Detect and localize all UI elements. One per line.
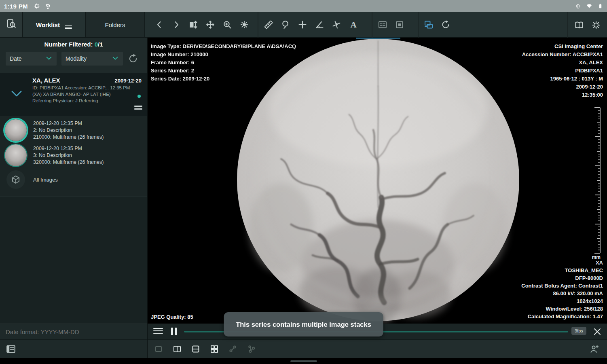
pan-tool[interactable]: [205, 19, 216, 30]
patient-id-line: ID: PIDBIPXA1 Accession: ACCBIP... 12:35…: [32, 85, 142, 90]
worklist-sidebar: Number Filtered: 0/1 Date Modality: [0, 38, 148, 358]
dicom-image-viewport[interactable]: Image Type: DERIVED\SECONDARY\BIPLANE A\…: [148, 38, 607, 324]
series-detail: 320000: Multiframe (26 frames): [33, 159, 104, 166]
settings-gear-icon[interactable]: [591, 20, 601, 30]
toolbar-icons: A: [145, 12, 567, 37]
overlay-accession: Accession Number: ACCBIPXA1: [522, 51, 603, 59]
stack-scroll-tool[interactable]: [188, 19, 199, 30]
share-user-plus-icon[interactable]: [589, 344, 600, 354]
all-images-item[interactable]: All Images: [5, 170, 147, 189]
toolbar-right-group: [567, 12, 607, 38]
wifi-status-icon: [586, 3, 593, 9]
panel-toggle-icon[interactable]: [6, 344, 16, 354]
series-label: 2: No Description: [33, 127, 104, 134]
overlay-contrast-agent: Contrast Bolus Agent: Contrast1: [521, 282, 603, 290]
home-indicator[interactable]: [290, 360, 317, 362]
content-area: Number Filtered: 0/1 Date Modality: [0, 38, 607, 358]
modality-filter-dropdown[interactable]: Modality: [61, 52, 123, 66]
date-filter-dropdown[interactable]: Date: [6, 52, 57, 66]
overlay-patient-name: XA, ALEX: [522, 59, 603, 67]
link-series-button[interactable]: [228, 344, 238, 354]
worklist-tab-label: Worklist: [36, 21, 60, 28]
overlay-acquisition-info: XA TOSHIBA_MEC DFP-8000D Contrast Bolus …: [521, 259, 603, 320]
dicom-viewer-app: 1:19 PM: [0, 0, 607, 364]
tab-folders[interactable]: Folders: [86, 12, 145, 37]
date-format-input[interactable]: [6, 328, 142, 335]
reset-view-button[interactable]: [440, 19, 451, 30]
chevron-down-icon: [112, 55, 119, 63]
folders-tab-label: Folders: [105, 21, 125, 28]
window-presets-button[interactable]: [377, 19, 388, 30]
crosshair-tool[interactable]: [297, 19, 308, 30]
status-dot: [137, 95, 141, 98]
close-playback-icon[interactable]: [592, 327, 602, 336]
date-format-row: [0, 324, 147, 340]
battery-status-icon: [598, 2, 603, 10]
measure-length-tool[interactable]: [263, 19, 274, 30]
filter-row: Date Modality: [6, 52, 142, 66]
previous-image-button[interactable]: [154, 19, 165, 30]
series-item-2[interactable]: 2009-12-20 12:35 PM 3: No Description 32…: [5, 144, 147, 166]
pause-button[interactable]: [171, 328, 179, 335]
user-manual-icon[interactable]: [574, 20, 584, 30]
image-info-button[interactable]: [394, 19, 405, 30]
fps-badge[interactable]: 3fps: [571, 327, 586, 335]
all-images-label: All Images: [33, 177, 58, 183]
overlay-image-info: Image Type: DERIVED\SECONDARY\BIPLANE A\…: [151, 42, 296, 83]
toast-notification: This series contains multiple image stac…: [224, 312, 383, 336]
overlay-patient-id: PIDBIPXA1: [522, 67, 603, 75]
link-stacks-button[interactable]: [246, 344, 257, 354]
layout-1x1-button[interactable]: [153, 344, 164, 354]
main-toolbar: Worklist Folders: [0, 12, 607, 38]
series-datetime: 2009-12-20 12:35 PM: [33, 120, 104, 127]
overlay-study-time: 12:35:00: [522, 91, 603, 99]
refresh-worklist-icon[interactable]: [128, 53, 138, 64]
date-dropdown-label: Date: [10, 55, 22, 62]
filter-label: Number Filtered:: [44, 41, 94, 48]
tab-patient-search[interactable]: [0, 12, 23, 37]
patient-name: XA, ALEX: [32, 77, 60, 84]
layout-1x2-button[interactable]: [172, 344, 182, 354]
overlay-magnification: Calculated Magnification: 1.47: [521, 313, 603, 320]
magnify-probe-tool[interactable]: [280, 19, 291, 30]
study-menu-handle-icon[interactable]: [134, 106, 142, 111]
text-annotation-tool[interactable]: A: [348, 19, 359, 30]
next-image-button[interactable]: [171, 19, 182, 30]
toast-message: This series contains multiple image stac…: [236, 321, 371, 328]
study-date: 2009-12-20: [115, 78, 142, 84]
overlay-study-date: 2009-12-20: [522, 83, 603, 91]
jpeg-quality-label: JPEG Quality: 85: [151, 313, 193, 321]
gear-status-icon: [34, 3, 40, 9]
series-label: 3: No Description: [33, 152, 104, 159]
series-thumbnail[interactable]: [5, 144, 27, 166]
overlay-frame-number: Frame Number: 6: [151, 59, 296, 67]
series-item-1[interactable]: 2009-12-20 12:35 PM 2: No Description 21…: [5, 119, 147, 141]
cobb-angle-tool[interactable]: [331, 19, 342, 30]
overlay-window-level: Window/Level: 256/128: [521, 305, 603, 313]
active-viewport-indicator: [356, 38, 400, 39]
overlay-model: DFP-8000D: [521, 274, 603, 282]
referring-physician: Referring Physician: J Referring: [32, 98, 142, 103]
vibrate-status-icon: [575, 4, 581, 9]
window-level-tool[interactable]: [239, 19, 250, 30]
series-list: 2009-12-20 12:35 PM 2: No Description 21…: [0, 116, 147, 197]
layout-2x1-button[interactable]: [190, 344, 201, 354]
study-entry[interactable]: XA, ALEX 2009-12-20 ID: PIDBIPXA1 Access…: [0, 73, 147, 116]
reference-lines-button[interactable]: [423, 19, 434, 30]
layout-toolbar: [148, 340, 607, 358]
layout-2x2-button[interactable]: [209, 344, 220, 354]
modality-dropdown-label: Modality: [66, 55, 87, 62]
worklist-menu-icon[interactable]: [65, 25, 72, 30]
overlay-manufacturer: TOSHIBA_MEC: [521, 267, 603, 274]
collapse-study-chevron-icon[interactable]: [11, 89, 23, 99]
angle-tool[interactable]: [314, 19, 325, 30]
tab-worklist[interactable]: Worklist: [23, 12, 86, 37]
toolbar-divider: [418, 12, 419, 38]
search-document-icon: [6, 19, 17, 31]
overlay-dob-age-sex: 1965-06-12 : 013Y : M: [522, 75, 603, 83]
filter-count-title: Number Filtered: 0/1: [6, 41, 142, 48]
zoom-tool[interactable]: [222, 19, 233, 30]
usb-status-icon: [45, 3, 51, 9]
playback-menu-icon[interactable]: [153, 328, 163, 335]
series-thumbnail[interactable]: [5, 119, 27, 141]
